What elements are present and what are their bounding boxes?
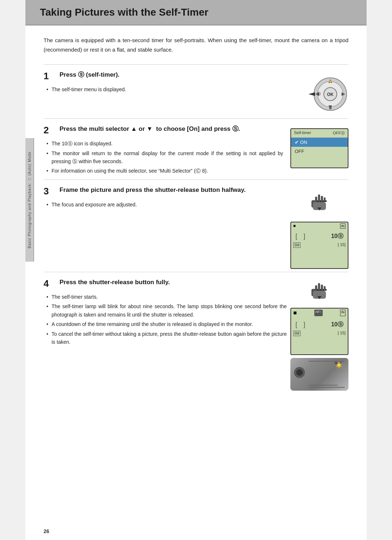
- lcd-screen-3: ■ IN [ ] 10ⓢ 6M [ 15]: [290, 222, 348, 269]
- step-2-bullet-2: The monitor will return to the normal di…: [46, 149, 283, 166]
- menu-off-label: OFFⓢ: [333, 130, 345, 136]
- lcd4-bottom-right: [ 15]: [338, 331, 346, 336]
- page-number: 26: [44, 528, 49, 534]
- step-1: 1 Press ⓢ (self-timer). The self-timer m…: [44, 64, 348, 116]
- step-1-bullets: The self-timer menu is displayed.: [44, 85, 298, 93]
- lcd-brackets-3: [ ]: [295, 233, 307, 240]
- lcd-bottom-3: 6M [ 15]: [291, 242, 348, 249]
- hand-svg-4: [309, 278, 330, 303]
- svg-text:ⓢ: ⓢ: [317, 92, 321, 96]
- step-4-bullet-2: The self-timer lamp will blink for about…: [46, 302, 287, 319]
- lcd4-timer: 10ⓢ: [331, 321, 343, 329]
- shutter-hand-icon: [309, 189, 330, 219]
- menu-screen: Self-timer OFFⓢ ✔ ON OFF: [290, 128, 348, 168]
- step-4-title: Press the shutter-release button fully.: [60, 278, 170, 287]
- lcd-camera-icon: ■: [293, 223, 296, 229]
- camera-dial-svg: OK ⓢ ⚡ ✿: [305, 74, 348, 114]
- svg-marker-11: [309, 92, 315, 96]
- svg-rect-15: [321, 196, 323, 202]
- lcd4-bottom-left: 6M: [293, 331, 301, 336]
- camera-detail-line2: [309, 385, 338, 386]
- lcd-center-4: [ ] 10ⓢ: [291, 317, 348, 330]
- camera-lens-illus: [294, 367, 305, 378]
- lcd-screen-4: ■ AF○ IN [ ] 10ⓢ 6M [ 15]: [290, 308, 348, 355]
- step-4-hand-icon: [309, 278, 330, 305]
- svg-rect-22: [318, 283, 320, 290]
- page: Taking Pictures with the Self-Timer Basi…: [25, 0, 367, 540]
- step-2-bullets: The 10ⓢ icon is displayed. The monitor w…: [44, 140, 283, 175]
- lcd-center-3: [ ] 10ⓢ: [291, 230, 348, 242]
- step-4-bullet-4: To cancel the self-timer without taking …: [46, 330, 287, 346]
- step-2-bullet-3: For information on using the multi selec…: [46, 167, 283, 175]
- step-4-header: 4 Press the shutter-release button fully…: [44, 278, 287, 289]
- svg-rect-23: [321, 285, 323, 290]
- step-4-bullet-1: The self-timer starts.: [46, 293, 287, 301]
- step-1-header: 1 Press ⓢ (self-timer).: [44, 70, 298, 82]
- step-3-bullets: The focus and exposure are adjusted.: [44, 201, 287, 209]
- step-1-image: OK ⓢ ⚡ ✿: [305, 74, 348, 116]
- lcd-timer-3: 10ⓢ: [331, 233, 343, 240]
- page-title: Taking Pictures with the Self-Timer: [40, 7, 352, 18]
- step-3-bullet-1: The focus and exposure are adjusted.: [46, 201, 287, 209]
- step-1-title: Press ⓢ (self-timer).: [60, 70, 119, 79]
- lcd-bottom-4: 6M [ 15]: [291, 330, 348, 337]
- lcd4-cam: ■: [293, 310, 297, 316]
- content-area: The camera is equipped with a ten-second…: [25, 25, 367, 408]
- step-2-title: Press the multi selector ▲ or ▼ to choos…: [60, 125, 240, 133]
- step-3-image: ■ IN [ ] 10ⓢ 6M [ 15]: [290, 186, 348, 269]
- menu-on-item: ✔ ON: [291, 138, 348, 147]
- step-2: 2 Press the multi selector ▲ or ▼ to cho…: [44, 118, 348, 177]
- step-2-image: Self-timer OFFⓢ ✔ ON OFF: [290, 128, 348, 168]
- camera-dot1: [335, 362, 338, 364]
- svg-text:⚡: ⚡: [328, 79, 333, 84]
- lcd4-af: AF○: [314, 310, 323, 316]
- svg-text:✿: ✿: [329, 106, 332, 110]
- svg-rect-24: [324, 286, 326, 290]
- menu-title-text: Self-timer: [294, 130, 311, 136]
- hand-svg: [309, 189, 330, 215]
- step-3: 3 Frame the picture and press the shutte…: [44, 180, 348, 269]
- intro-text: The camera is equipped with a ten-second…: [44, 36, 348, 54]
- lcd-in-icon: IN: [340, 223, 346, 229]
- svg-rect-14: [318, 194, 320, 202]
- step-4-number: 4: [44, 278, 57, 289]
- step-1-number: 1: [44, 70, 57, 82]
- lcd-top-3: ■ IN: [291, 222, 348, 230]
- camera-photo-illustration: ✶: [290, 358, 348, 391]
- lcd4-in: IN: [340, 310, 346, 316]
- title-bar: Taking Pictures with the Self-Timer: [25, 0, 367, 25]
- svg-rect-16: [324, 197, 326, 202]
- step-3-title: Frame the picture and press the shutter-…: [60, 186, 246, 194]
- step-1-bullet-1: The self-timer menu is displayed.: [46, 85, 298, 93]
- lcd4-brackets: [ ]: [295, 321, 307, 329]
- camera-detail-line3: [309, 361, 345, 362]
- lcd-bottom-left-3: 6M: [293, 242, 301, 248]
- step-3-number: 3: [44, 186, 57, 197]
- step-4: 4 Press the shutter-release button fully…: [44, 272, 348, 391]
- step-2-bullet-1: The 10ⓢ icon is displayed.: [46, 140, 283, 148]
- camera-detail-line1: [309, 387, 345, 388]
- step-4-bullets: The self-timer starts. The self-timer la…: [44, 293, 287, 346]
- lcd-top-4: ■ AF○ IN: [291, 309, 348, 317]
- step-3-header: 3 Frame the picture and press the shutte…: [44, 186, 287, 197]
- lcd-bottom-right-3: [ 15]: [338, 242, 346, 248]
- step-4-images: ■ AF○ IN [ ] 10ⓢ 6M [ 15]: [290, 278, 348, 391]
- step-2-header: 2 Press the multi selector ▲ or ▼ to cho…: [44, 125, 283, 136]
- camera-dot2: [340, 362, 342, 364]
- svg-text:OK: OK: [327, 92, 334, 97]
- menu-off-item: OFF: [291, 147, 348, 156]
- menu-off-text: OFF: [295, 149, 304, 154]
- step-2-number: 2: [44, 125, 57, 136]
- menu-title: Self-timer OFFⓢ: [291, 129, 348, 138]
- step-4-bullet-3: A countdown of the time remaining until …: [46, 320, 287, 328]
